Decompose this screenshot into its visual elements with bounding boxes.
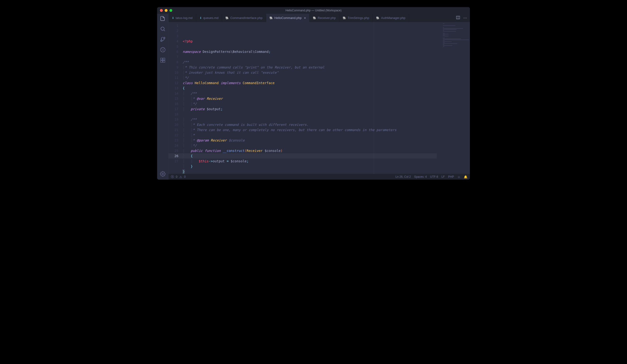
warnings-icon[interactable]: ⚠ xyxy=(179,175,182,179)
code-line[interactable]: │ private $output; xyxy=(183,106,441,112)
tab-label: HelloCommand.php xyxy=(274,16,302,20)
code-line[interactable]: │ /** xyxy=(183,91,441,96)
code-content[interactable]: <?php namespace DesignPatterns\Behaviora… xyxy=(183,22,441,174)
svg-point-2 xyxy=(161,40,162,42)
language-status[interactable]: PHP xyxy=(448,175,454,178)
line-number: 13 xyxy=(168,86,178,91)
tab-CommandInterface-php[interactable]: 🐘CommandInterface.php xyxy=(222,14,266,22)
line-number: 12 xyxy=(168,80,178,86)
code-line[interactable]: │ │ $this->output = $console; xyxy=(183,158,441,164)
line-number: 6 xyxy=(168,49,178,54)
code-line[interactable]: namespace DesignPatterns\Behavioral\Comm… xyxy=(183,49,441,54)
code-line[interactable] xyxy=(183,112,441,117)
code-line[interactable]: │ public function __construct(Receiver $… xyxy=(183,148,441,153)
eol-status[interactable]: LF xyxy=(441,175,445,178)
php-file-icon: 🐘 xyxy=(376,16,380,20)
cursor-position[interactable]: Ln 26, Col 2 xyxy=(396,175,411,178)
line-number: 19 xyxy=(168,117,178,122)
code-line[interactable]: │ } xyxy=(183,164,441,169)
code-line[interactable]: │ │* Each concrete command is built with… xyxy=(183,122,441,127)
code-line[interactable]: │ { xyxy=(183,153,441,158)
window-minimize-button[interactable] xyxy=(165,9,167,12)
notifications-icon[interactable]: 🔔 xyxy=(464,175,468,179)
line-number: 5 xyxy=(168,44,178,49)
line-number: 8 xyxy=(168,59,178,65)
php-file-icon: 🐘 xyxy=(313,16,316,20)
settings-gear-icon[interactable] xyxy=(160,171,166,177)
svg-rect-4 xyxy=(161,58,162,60)
line-number: 23 xyxy=(168,138,178,143)
tab-tatus-log-md[interactable]: ⬇tatus-log.md xyxy=(168,14,196,22)
tab-TrimStrings-php[interactable]: 🐘TrimStrings.php xyxy=(339,14,373,22)
debug-icon[interactable] xyxy=(160,47,166,52)
md-file-icon: ⬇ xyxy=(200,16,202,20)
svg-point-0 xyxy=(161,27,164,30)
line-number: 24 xyxy=(168,143,178,148)
code-line[interactable]: │ │*/ xyxy=(183,143,441,148)
line-number: 21 xyxy=(168,127,178,132)
code-line[interactable]: │ │* xyxy=(183,132,441,138)
tab-AuthManager-php[interactable]: 🐘AuthManager.php xyxy=(373,14,409,22)
line-number: 2 xyxy=(168,28,178,33)
code-line[interactable]: <?php xyxy=(183,39,441,44)
tab-bar: ⬇tatus-log.md⬇queues.md🐘CommandInterface… xyxy=(168,14,470,22)
line-number: 14 xyxy=(168,91,178,96)
tab-label: tatus-log.md xyxy=(176,16,193,20)
code-line[interactable]: │*/ xyxy=(183,75,441,80)
svg-rect-5 xyxy=(163,58,165,60)
tab-HelloCommand-php[interactable]: 🐘HelloCommand.php× xyxy=(266,14,310,22)
tab-queues-md[interactable]: ⬇queues.md xyxy=(196,14,222,22)
titlebar[interactable]: HelloCommand.php — Untitled (Workspace) xyxy=(157,7,470,14)
window-maximize-button[interactable] xyxy=(169,9,172,12)
close-tab-icon[interactable]: × xyxy=(304,16,306,20)
svg-point-1 xyxy=(163,37,165,39)
line-number: 1 xyxy=(168,23,178,28)
explorer-icon[interactable] xyxy=(160,16,166,21)
errors-count[interactable]: 0 xyxy=(176,175,177,178)
line-number: 11 xyxy=(168,75,178,80)
extensions-icon[interactable] xyxy=(160,57,166,63)
warnings-count[interactable]: 0 xyxy=(184,175,186,178)
more-actions-icon[interactable]: ⋯ xyxy=(463,16,467,20)
code-line[interactable]: { xyxy=(183,86,441,91)
tab-label: CommandInterface.php xyxy=(230,16,262,20)
code-line[interactable] xyxy=(183,54,441,59)
line-number: 15 xyxy=(168,96,178,101)
code-line[interactable]: class HelloCommand implements CommandInt… xyxy=(183,80,441,86)
window-close-button[interactable] xyxy=(160,9,163,12)
code-line[interactable]: │ │* There can be one, many or completel… xyxy=(183,127,441,132)
line-number: 17 xyxy=(168,106,178,112)
tab-label: AuthManager.php xyxy=(381,16,406,20)
code-line[interactable]: /** xyxy=(183,59,441,65)
code-line[interactable]: } xyxy=(183,169,441,174)
encoding-status[interactable]: UTF-8 xyxy=(430,175,438,178)
line-number: 27 xyxy=(168,158,178,164)
code-line[interactable]: │* invoker just knows that it can call "… xyxy=(183,70,441,75)
ruler xyxy=(374,22,374,174)
line-gutter: 1234567891011121314151617181920212223242… xyxy=(168,22,183,174)
code-line[interactable]: │ │* @param Receiver $console xyxy=(183,138,441,143)
line-number: 9 xyxy=(168,65,178,70)
feedback-icon[interactable]: ☺ xyxy=(457,175,460,179)
code-line[interactable] xyxy=(183,44,441,49)
line-number: 25 xyxy=(168,148,178,153)
code-line[interactable]: │ │*/ xyxy=(183,101,441,106)
code-line[interactable]: │ /** xyxy=(183,117,441,122)
status-bar: ⓧ 0 ⚠ 0 Ln 26, Col 2 Spaces: 4 UTF-8 LF … xyxy=(168,174,470,180)
editor[interactable]: 1234567891011121314151617181920212223242… xyxy=(168,22,470,174)
errors-icon[interactable]: ⓧ xyxy=(171,175,174,179)
tab-label: TrimStrings.php xyxy=(348,16,369,20)
search-icon[interactable] xyxy=(160,26,166,32)
tab-Receiver-php[interactable]: 🐘Receiver.php xyxy=(310,14,339,22)
tab-label: Receiver.php xyxy=(318,16,336,20)
code-line[interactable]: │ │* @var Receiver xyxy=(183,96,441,101)
minimap[interactable] xyxy=(441,22,470,174)
code-line[interactable]: │* This concrete command calls "print" o… xyxy=(183,65,441,70)
source-control-icon[interactable] xyxy=(160,37,166,42)
line-number: 18 xyxy=(168,112,178,117)
md-file-icon: ⬇ xyxy=(172,16,174,20)
indent-status[interactable]: Spaces: 4 xyxy=(414,175,427,178)
php-file-icon: 🐘 xyxy=(269,16,273,20)
split-editor-icon[interactable] xyxy=(456,16,460,20)
line-number: 4 xyxy=(168,39,178,44)
